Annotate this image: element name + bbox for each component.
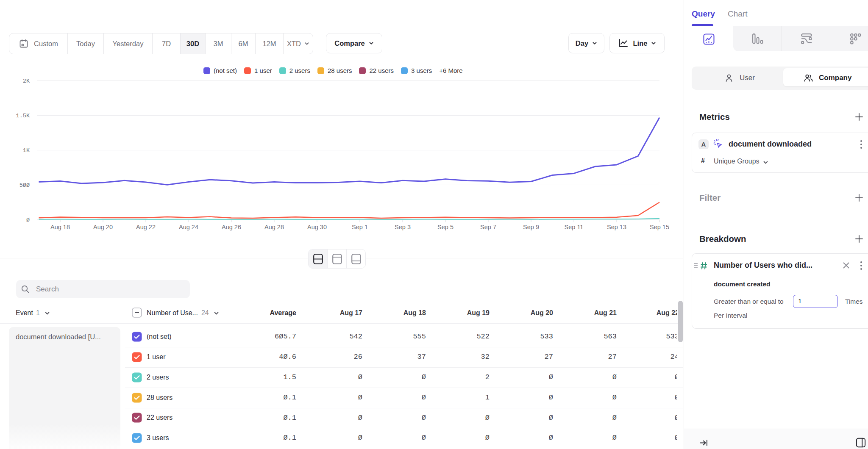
svg-text:Sep 3: Sep 3 bbox=[395, 224, 411, 230]
svg-text:Aug 20: Aug 20 bbox=[93, 224, 113, 230]
svg-text:Aug 18: Aug 18 bbox=[50, 224, 70, 230]
svg-text:Sep 7: Sep 7 bbox=[480, 224, 496, 230]
svg-text:1.5K: 1.5K bbox=[16, 113, 30, 119]
svg-text:Ø: Ø bbox=[26, 217, 30, 223]
svg-text:5ØØ: 5ØØ bbox=[19, 182, 30, 188]
svg-text:Aug 26: Aug 26 bbox=[222, 224, 241, 230]
svg-text:Aug 28: Aug 28 bbox=[264, 224, 284, 230]
svg-text:Aug 22: Aug 22 bbox=[136, 224, 156, 230]
svg-text:Aug 24: Aug 24 bbox=[179, 224, 198, 230]
svg-text:Sep 5: Sep 5 bbox=[437, 224, 453, 230]
svg-text:Sep 1: Sep 1 bbox=[352, 224, 368, 230]
svg-text:Aug 30: Aug 30 bbox=[307, 224, 327, 230]
svg-text:2K: 2K bbox=[23, 78, 30, 84]
svg-text:Sep 11: Sep 11 bbox=[565, 224, 584, 230]
svg-text:Sep 13: Sep 13 bbox=[607, 224, 626, 230]
svg-text:Sep 9: Sep 9 bbox=[523, 224, 539, 230]
svg-text:1K: 1K bbox=[23, 147, 30, 154]
svg-text:Sep 15: Sep 15 bbox=[650, 224, 669, 230]
